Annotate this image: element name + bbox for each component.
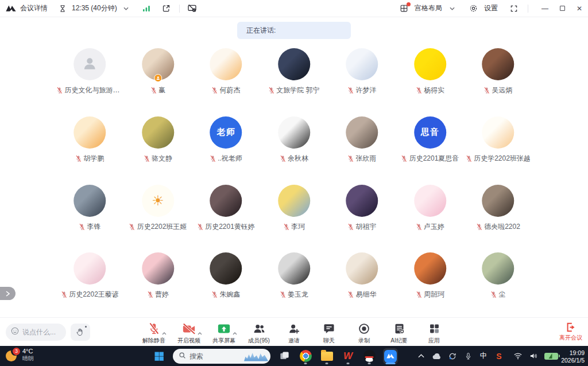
muted-mic-icon <box>212 291 218 298</box>
speaker-icon[interactable] <box>529 352 538 360</box>
meeting-timer[interactable]: 12:35 (40分钟) <box>72 3 117 13</box>
participant-name: 何蔚杰 <box>220 85 241 95</box>
gear-icon[interactable] <box>469 3 479 14</box>
video-button[interactable]: 开启视频 <box>176 322 202 345</box>
participant-tile[interactable]: 何蔚杰 <box>192 48 260 116</box>
unmute-button[interactable]: 解除静音 <box>141 322 167 345</box>
participant-tile[interactable]: 胡祖宇 <box>328 185 396 253</box>
participant-tile[interactable]: 老师..祝老师 <box>192 116 260 185</box>
sogou-input-icon[interactable]: S <box>494 352 504 361</box>
participant-tile[interactable]: 历史文化与旅游学... <box>56 48 124 116</box>
clock-date: 2026/1/5 <box>561 357 585 364</box>
muted-mic-icon <box>476 223 482 231</box>
participant-tile[interactable]: 易细华 <box>328 252 396 321</box>
quick-chat-input[interactable] <box>22 328 63 336</box>
participant-tile[interactable]: 杨得实 <box>396 48 465 116</box>
avatar <box>74 48 106 80</box>
chevron-up-icon[interactable] <box>233 327 237 337</box>
avatar <box>210 48 242 80</box>
muted-mic-icon <box>401 155 408 162</box>
participant-tile[interactable]: 余秋林 <box>260 116 328 185</box>
avatar <box>414 252 446 285</box>
participant-tile[interactable]: 朱婉鑫 <box>192 252 260 321</box>
taskbar-clock[interactable]: 19:09 2026/1/5 <box>561 349 585 364</box>
ai-button[interactable]: AI纪要 <box>386 322 412 345</box>
participant-tile[interactable]: 德央啦2202 <box>464 185 532 253</box>
raise-hand-button[interactable] <box>71 324 90 341</box>
participant-tile[interactable]: 李锋 <box>56 185 124 253</box>
participant-tile[interactable]: 历史2202王藜谚 <box>56 252 124 321</box>
weather-widget[interactable]: 3 4°C 晴朗 <box>6 348 34 362</box>
avatar <box>482 48 514 80</box>
wifi-icon[interactable] <box>513 352 523 360</box>
microphone-tray-icon[interactable] <box>463 352 473 360</box>
participant-tile[interactable]: 文旅学院 郭宁 <box>260 48 328 116</box>
quick-chat-pill[interactable] <box>6 324 66 341</box>
minimize-button[interactable]: — <box>541 5 548 13</box>
recording-disabled-icon[interactable] <box>187 3 198 14</box>
participant-tile[interactable]: 历史2201黄钰婷 <box>192 185 260 253</box>
participant-tile[interactable]: 张欣雨 <box>328 116 396 185</box>
layout-button[interactable]: 宫格布局 <box>415 3 442 13</box>
muted-mic-icon <box>280 291 286 298</box>
cloud-icon[interactable] <box>432 353 442 360</box>
participant-tile[interactable]: 李珂 <box>260 185 328 253</box>
fullscreen-icon[interactable] <box>509 3 519 14</box>
participant-tile[interactable]: 姜玉龙 <box>260 252 328 321</box>
record-button[interactable]: 录制 <box>351 322 377 345</box>
participant-tile[interactable]: 赢 <box>124 48 192 116</box>
muted-mic-icon <box>491 291 497 298</box>
participant-tile[interactable]: 胡学鹏 <box>56 116 124 185</box>
participant-tile[interactable]: 历史学2202班张越 <box>464 116 532 185</box>
start-button[interactable] <box>152 348 167 364</box>
emoji-icon[interactable] <box>10 326 20 338</box>
participant-tile[interactable]: 尘 <box>464 252 532 321</box>
active-app-indicator <box>386 363 396 364</box>
chevron-down-icon[interactable] <box>121 3 131 14</box>
participants-grid: 历史文化与旅游学...赢何蔚杰文旅学院 郭宁许梦洋杨得实吴远炳胡学鹏骆文静老师.… <box>56 48 532 321</box>
members-button[interactable]: 成员(95) <box>246 322 272 345</box>
chat-button[interactable]: 聊天 <box>316 322 342 345</box>
file-explorer-icon[interactable] <box>319 348 334 364</box>
input-method-indicator[interactable]: 中 <box>479 351 488 361</box>
participant-tile[interactable]: 卢玉婷 <box>396 185 465 253</box>
participant-tile[interactable]: 曹婷 <box>124 252 192 321</box>
meeting-window: 会议详情 12:35 (40分钟) 宫格布局 <box>0 0 588 366</box>
wps-icon[interactable]: W <box>341 348 355 364</box>
invite-button[interactable]: 邀请 <box>281 322 307 345</box>
chevron-up-icon[interactable] <box>162 327 167 337</box>
maximize-button[interactable] <box>560 5 565 13</box>
participant-tile[interactable]: ☀历史2202班王姬 <box>124 185 192 253</box>
participant-tile[interactable]: 骆文静 <box>124 116 192 185</box>
apps-button[interactable]: 应用 <box>421 322 447 345</box>
close-button[interactable]: ✕ <box>577 5 582 13</box>
taskbar-search[interactable] <box>173 349 270 364</box>
task-view-icon[interactable] <box>277 348 292 364</box>
muted-mic-icon <box>484 87 490 94</box>
participant-name: 历史2201黄钰婷 <box>205 222 255 232</box>
chevron-up-icon[interactable] <box>198 327 202 337</box>
avatar <box>414 48 446 80</box>
participant-tile[interactable]: 思音历史2201夏思音 <box>396 116 465 185</box>
participant-tile[interactable]: 周韶珂 <box>396 252 465 321</box>
avatar <box>210 185 242 217</box>
chevron-down-icon[interactable] <box>447 3 458 14</box>
sync-icon[interactable] <box>448 352 457 360</box>
network-signal-icon[interactable] <box>141 3 152 14</box>
battery-icon[interactable] <box>544 353 558 360</box>
qq-icon[interactable] <box>362 348 377 364</box>
tray-expand-icon[interactable] <box>416 354 425 358</box>
layout-grid-icon[interactable] <box>399 3 409 14</box>
chrome-icon[interactable] <box>298 348 313 364</box>
meeting-details-button[interactable]: 会议详情 <box>20 3 48 13</box>
leave-meeting-label: 离开会议 <box>559 334 582 342</box>
tencent-meeting-taskbar-icon[interactable] <box>383 348 398 364</box>
share-button[interactable]: 共享屏幕 <box>211 322 237 345</box>
leave-meeting-button[interactable]: 离开会议 <box>559 322 582 342</box>
share-window-icon[interactable] <box>161 3 172 14</box>
expand-panel-button[interactable] <box>0 287 16 300</box>
participant-tile[interactable]: 吴远炳 <box>464 48 532 116</box>
search-input[interactable] <box>189 352 241 360</box>
settings-button[interactable]: 设置 <box>484 3 498 13</box>
participant-tile[interactable]: 许梦洋 <box>328 48 396 116</box>
